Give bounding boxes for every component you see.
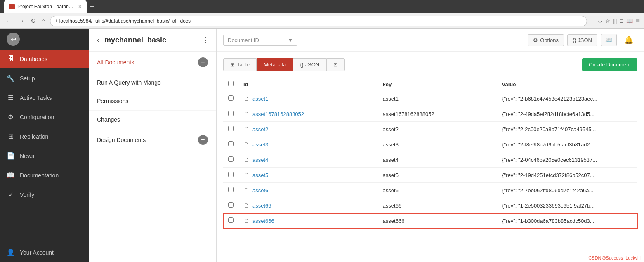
row-checkbox[interactable] bbox=[228, 217, 234, 223]
row-checkbox-cell bbox=[223, 137, 238, 152]
sidebar-item-setup[interactable]: 🔧 Setup bbox=[0, 68, 89, 88]
row-value-cell: {"rev": "2-f8e6f8c7d9ab5facf3b81ad2... bbox=[497, 137, 637, 152]
document-icon: 🗋 bbox=[243, 217, 249, 224]
create-document-button[interactable]: Create Document bbox=[582, 58, 637, 71]
content-area: ⊞ Table Metadata {} JSON ⊡ Create Docume… bbox=[217, 52, 644, 254]
verify-icon: ✓ bbox=[7, 191, 15, 198]
sidebar-item-news[interactable]: 📄 News bbox=[0, 146, 89, 165]
secondary-nav-design-documents[interactable]: Design Documents + bbox=[89, 129, 216, 151]
row-checkbox-cell bbox=[223, 91, 238, 106]
row-id-cell: 🗋asset666 bbox=[238, 213, 378, 229]
document-link[interactable]: 🗋asset1678162888052 bbox=[243, 111, 373, 117]
sidebar-label-news: News bbox=[20, 153, 34, 159]
address-secure-icon: ℹ bbox=[55, 18, 57, 24]
row-key-cell: asset2 bbox=[378, 122, 498, 137]
main-toolbar: Document ID ▼ ⚙ Options {} JSON 📖 🔔 bbox=[217, 29, 644, 52]
changes-label: Changes bbox=[97, 116, 120, 123]
row-checkbox[interactable] bbox=[228, 111, 234, 116]
select-all-checkbox[interactable] bbox=[228, 81, 234, 86]
document-link[interactable]: 🗋asset6 bbox=[243, 187, 373, 194]
row-checkbox[interactable] bbox=[228, 95, 234, 101]
row-value-cell: {"rev": "1-2e5003233693c651f9af27b... bbox=[497, 198, 637, 213]
table-header-value: value bbox=[497, 78, 637, 91]
document-link[interactable]: 🗋asset2 bbox=[243, 126, 373, 132]
sidebar-item-active-tasks[interactable]: ☰ Active Tasks bbox=[0, 88, 89, 107]
sidebar-label-documentation: Documentation bbox=[20, 172, 59, 179]
document-icon: 🗋 bbox=[243, 111, 249, 117]
book-icon-button[interactable]: 📖 bbox=[601, 34, 617, 46]
document-id-selector[interactable]: Document ID ▼ bbox=[223, 35, 297, 46]
row-id-cell: 🗋asset1678162888052 bbox=[238, 106, 378, 122]
sidebar-item-verify[interactable]: ✓ Verify bbox=[0, 185, 89, 204]
active-tab[interactable]: Project Fauxton - datab... × bbox=[4, 0, 87, 13]
sidebar-item-configuration[interactable]: ⚙ Configuration bbox=[0, 107, 89, 127]
menu-icon[interactable]: ≡ bbox=[635, 17, 640, 25]
tab-bar: Project Fauxton - datab... × + bbox=[4, 0, 98, 13]
add-design-document-button[interactable]: + bbox=[198, 135, 208, 145]
address-bar[interactable]: ℹ localhost:5984/_utils/#database/mychan… bbox=[50, 16, 587, 26]
row-key-cell: asset66 bbox=[378, 198, 498, 213]
options-gear-icon: ⚙ bbox=[533, 37, 538, 43]
document-link[interactable]: 🗋asset3 bbox=[243, 141, 373, 148]
row-key-cell: asset666 bbox=[378, 213, 498, 229]
reader-icon[interactable]: 📖 bbox=[626, 18, 633, 24]
sidebar-label-replication: Replication bbox=[20, 133, 48, 140]
metadata-tab-label: Metadata bbox=[264, 61, 286, 68]
row-checkbox[interactable] bbox=[228, 187, 234, 192]
document-icon: 🗋 bbox=[243, 126, 249, 132]
row-checkbox[interactable] bbox=[228, 172, 234, 177]
replication-icon: ⊞ bbox=[7, 132, 15, 140]
sidebar-item-documentation[interactable]: 📖 Documentation bbox=[0, 165, 89, 185]
split-icon[interactable]: ⊟ bbox=[619, 18, 624, 24]
document-link[interactable]: 🗋asset5 bbox=[243, 172, 373, 178]
home-button[interactable]: ⌂ bbox=[40, 16, 47, 26]
more-button[interactable]: ··· bbox=[590, 17, 595, 25]
table-row: 🗋asset6asset6{"rev": "2-7ee062ffd806dd7e… bbox=[223, 183, 637, 198]
options-button[interactable]: ⚙ Options bbox=[528, 34, 564, 46]
document-icon: 🗋 bbox=[243, 156, 249, 163]
sidebar-item-databases[interactable]: 🗄 Databases bbox=[0, 50, 89, 68]
row-checkbox[interactable] bbox=[228, 141, 234, 146]
sidebar-label-verify: Verify bbox=[20, 191, 34, 198]
secondary-nav-run-query[interactable]: Run A Query with Mango bbox=[89, 73, 216, 92]
sidebar-item-replication[interactable]: ⊞ Replication bbox=[0, 127, 89, 146]
active-tasks-icon: ☰ bbox=[7, 94, 15, 101]
library-icon[interactable]: ||| bbox=[613, 18, 617, 24]
json-button[interactable]: {} JSON bbox=[567, 34, 597, 46]
notification-bell-button[interactable]: 🔔 bbox=[620, 33, 637, 47]
add-document-button[interactable]: + bbox=[198, 57, 208, 67]
tab-metadata[interactable]: Metadata bbox=[257, 58, 293, 71]
document-link[interactable]: 🗋asset4 bbox=[243, 156, 373, 163]
tab-layout[interactable]: ⊡ bbox=[326, 58, 345, 71]
table-tab-icon: ⊞ bbox=[230, 61, 235, 68]
sidebar-label-databases: Databases bbox=[20, 56, 47, 62]
secondary-nav-changes[interactable]: Changes bbox=[89, 111, 216, 129]
row-id-cell: 🗋asset3 bbox=[238, 137, 378, 152]
forward-button[interactable]: → bbox=[17, 16, 26, 26]
tab-table[interactable]: ⊞ Table bbox=[223, 58, 257, 71]
secondary-nav-permissions[interactable]: Permissions bbox=[89, 92, 216, 111]
row-key-cell: asset5 bbox=[378, 168, 498, 183]
table-row: 🗋asset5asset5{"rev": "2-19d4251efcd372f8… bbox=[223, 168, 637, 183]
bookmark-icon[interactable]: ☆ bbox=[605, 18, 610, 24]
sidebar-label-configuration: Configuration bbox=[20, 114, 54, 120]
table-row: 🗋asset666asset666{"rev": "1-b300da6a783b… bbox=[223, 213, 637, 229]
sidebar-spacer bbox=[0, 204, 89, 243]
sidebar-item-your-account[interactable]: 👤 Your Account bbox=[0, 243, 89, 262]
new-tab-button[interactable]: + bbox=[87, 2, 98, 11]
row-checkbox[interactable] bbox=[228, 126, 234, 131]
back-button[interactable]: ← bbox=[4, 16, 14, 26]
collapse-button[interactable]: ‹ bbox=[95, 34, 101, 46]
setup-icon: 🔧 bbox=[7, 74, 15, 82]
row-checkbox[interactable] bbox=[228, 156, 234, 162]
tab-close-button[interactable]: × bbox=[78, 3, 82, 10]
document-link[interactable]: 🗋asset1 bbox=[243, 95, 373, 102]
secondary-nav-all-documents[interactable]: All Documents + bbox=[89, 52, 216, 73]
refresh-button[interactable]: ↻ bbox=[29, 15, 38, 26]
row-id-cell: 🗋asset2 bbox=[238, 122, 378, 137]
document-link[interactable]: 🗋asset666 bbox=[243, 217, 373, 224]
secondary-menu-button[interactable]: ⋮ bbox=[202, 35, 210, 45]
tab-json[interactable]: {} JSON bbox=[293, 58, 326, 71]
document-link[interactable]: 🗋asset66 bbox=[243, 202, 373, 209]
row-checkbox[interactable] bbox=[228, 202, 234, 208]
